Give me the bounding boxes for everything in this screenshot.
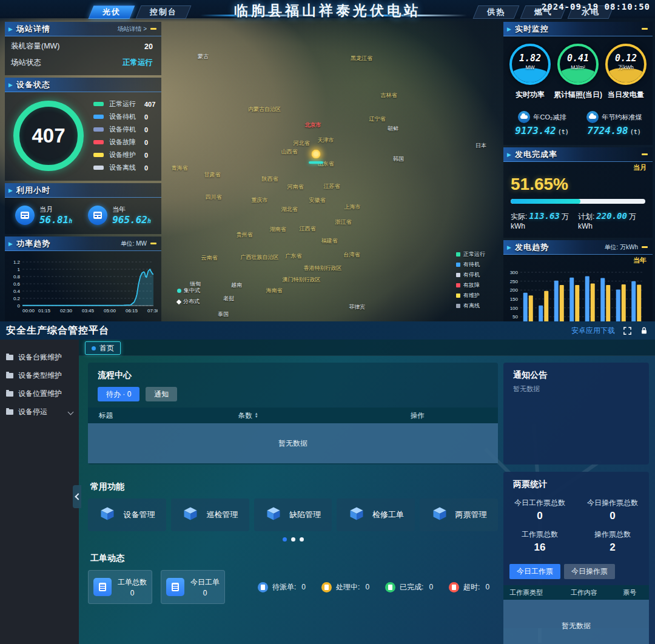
process-btn-待办 · 0[interactable]: 待办 · 0 <box>98 387 139 401</box>
process-btn-通知[interactable]: 通知 <box>146 387 177 401</box>
ticket-stat-今日工作票总数: 今日工作票总数0 <box>503 495 576 525</box>
fullscreen-icon[interactable] <box>622 326 632 335</box>
quick-card-两票管理[interactable]: 两票管理 <box>420 498 498 531</box>
map-label-老挝: 老挝 <box>223 295 234 303</box>
status-已完成: 已完成:0 <box>385 582 433 592</box>
device-legend-row: 设备待机0 <box>93 112 158 121</box>
android-download-link[interactable]: 安卓应用下载 <box>571 326 615 336</box>
utilization-items: 当月56.81h当年965.62h <box>5 198 161 234</box>
svg-text:01:15: 01:15 <box>38 308 51 314</box>
tab-home[interactable]: 首页 <box>85 341 121 355</box>
map-label-香港特别行政区: 香港特别行政区 <box>304 264 342 272</box>
map-mode-分布式[interactable]: 分布式 <box>177 298 200 306</box>
svg-text:300: 300 <box>510 270 519 275</box>
sidebar-item-设备台账维护[interactable]: 设备台账维护 <box>0 348 79 366</box>
map-label-内蒙古自治区: 内蒙古自治区 <box>248 106 281 113</box>
status-doc-icon <box>258 582 268 592</box>
quick-functions-title: 常用功能 <box>88 474 498 492</box>
map-label-重庆市: 重庆市 <box>252 196 268 204</box>
quick-card-缺陷管理[interactable]: 缺陷管理 <box>254 498 332 531</box>
completion-progressbar <box>511 199 645 204</box>
carousel-dot-1[interactable] <box>283 537 287 542</box>
lock-icon[interactable] <box>639 326 649 335</box>
work-order-card-工单总数[interactable]: 工单总数0 <box>88 570 152 604</box>
tab-供热[interactable]: 供热 <box>473 5 520 19</box>
carousel-dot-3[interactable] <box>300 537 304 542</box>
svg-text:0.8: 0.8 <box>13 274 21 280</box>
map-label-日本: 日本 <box>475 142 486 150</box>
process-table-header: 标题条数▲▼操作 <box>88 408 498 423</box>
work-order-cards: 工单总数0今日工单0待派单:0处理中:0已完成:0超时:0 <box>88 564 498 604</box>
quick-card-巡检管理[interactable]: 巡检管理 <box>171 498 249 531</box>
sidebar-item-设备类型维护[interactable]: 设备类型维护 <box>0 366 79 384</box>
panel-arrow-icon: ▶ <box>8 187 13 193</box>
sidebar-item-设备停运[interactable]: 设备停运 <box>0 403 79 421</box>
station-detail-link[interactable]: 场站详情 > <box>117 25 147 33</box>
power-trend-line-chart: 00.20.40.60.811.200:0001:1502:3003:4505:… <box>6 253 158 321</box>
process-col-条数[interactable]: 条数▲▼ <box>227 411 400 420</box>
map-status-legend: 正常运行有待机有停机有故障有维护有离线 <box>456 250 485 310</box>
ticket-tab-今日操作票[interactable]: 今日操作票 <box>564 564 615 579</box>
device-total-ring: 407 <box>13 101 84 171</box>
panel-arrow-icon: ▶ <box>507 244 511 250</box>
datetime: 2024-09-19 08:10:50 <box>542 2 650 12</box>
device-status-panel: ▶ 设备状态 407 正常运行407设备待机0设备停机0设备故障0设备维护0设备… <box>5 78 161 181</box>
work-order-card-今日工单[interactable]: 今日工单0 <box>161 570 225 604</box>
panel-dash-icon <box>642 246 648 248</box>
carousel-dot-2[interactable] <box>291 537 295 542</box>
panel-dash-icon <box>150 28 156 30</box>
ticket-table-empty: 暂无数据 <box>503 600 649 644</box>
tab-home-label: 首页 <box>99 343 114 354</box>
status-处理中: 处理中:0 <box>321 582 369 592</box>
map-label-海南省: 海南省 <box>266 287 283 295</box>
svg-text:0.2: 0.2 <box>13 296 21 301</box>
cube-icon <box>431 505 448 525</box>
safety-platform: 安全生产综合管控平台 安卓应用下载 设备台账维护设备类型维护设备位置维护设备停运… <box>0 321 655 644</box>
ticket-stats-card: 两票统计 今日工作票总数0今日操作票总数0工作票总数16操作票总数2 今日工作票… <box>503 472 649 628</box>
header-tabs-left: 光伏控制台 <box>91 5 189 19</box>
completion-actual: 实际:113.63万kWh <box>511 211 578 230</box>
panel-title: 利用小时 <box>16 185 50 196</box>
power-trend-unit: 单位: MW <box>121 240 147 248</box>
quick-functions-section: 常用功能 设备管理巡检管理缺陷管理检修工单两票管理 <box>88 474 498 541</box>
process-center-title: 流程中心 <box>88 363 498 381</box>
svg-text:150: 150 <box>510 297 519 302</box>
cube-icon <box>182 505 199 525</box>
panel-arrow-icon: ▶ <box>8 26 13 32</box>
map-mode-集中式[interactable]: 集中式 <box>177 287 200 295</box>
tab-光伏[interactable]: 光伏 <box>89 5 135 19</box>
ticket-tab-今日工作票[interactable]: 今日工作票 <box>509 564 560 579</box>
calendar-icon <box>88 206 107 225</box>
svg-text:250: 250 <box>510 279 519 284</box>
document-icon <box>93 578 112 596</box>
tab-控制台[interactable]: 控制台 <box>136 5 192 19</box>
device-legend-row: 设备停机0 <box>93 125 158 134</box>
sidebar-item-设备位置维护[interactable]: 设备位置维护 <box>0 384 79 403</box>
svg-text:1.2: 1.2 <box>13 260 21 265</box>
work-orders-title: 工单动态 <box>88 546 498 564</box>
ticket-stats-title: 两票统计 <box>503 472 649 490</box>
svg-text:0: 0 <box>18 303 21 309</box>
quick-card-设备管理[interactable]: 设备管理 <box>88 498 166 531</box>
svg-text:03:45: 03:45 <box>82 308 95 314</box>
device-legend-row: 设备维护0 <box>93 150 158 159</box>
map-label-安徽省: 安徽省 <box>309 196 326 204</box>
sidebar-collapse-handle[interactable] <box>73 485 81 508</box>
station-location-marker[interactable] <box>312 150 321 159</box>
map-label-泰国: 泰国 <box>218 310 229 318</box>
quick-card-检修工单[interactable]: 检修工单 <box>337 498 415 531</box>
sidebar: 设备台账维护设备类型维护设备位置维护设备停运 <box>0 340 79 644</box>
completion-panel: ▶ 发电完成率 当月 51.65% 实际:113.63万kWh 计划:220.0… <box>503 147 653 238</box>
quick-function-cards: 设备管理巡检管理缺陷管理检修工单两票管理 <box>88 492 498 531</box>
process-center-card: 流程中心 待办 · 0通知 标题条数▲▼操作 暂无数据 <box>88 363 498 465</box>
map-label-河北省: 河北省 <box>294 139 310 147</box>
panel-dash-icon <box>150 243 156 244</box>
sort-icon[interactable]: ▲▼ <box>255 412 258 418</box>
map-label-澳门特别行政区: 澳门特别行政区 <box>283 276 321 284</box>
svg-text:200: 200 <box>510 287 519 293</box>
map-label-福建省: 福建省 <box>321 237 338 245</box>
gauge-累计辐照(当日): 0.41MJ/m²累计辐照(当日) <box>555 44 601 100</box>
chevron-down-icon <box>68 409 74 415</box>
panel-dash-icon <box>642 28 648 30</box>
station-marker-underline <box>309 161 323 164</box>
